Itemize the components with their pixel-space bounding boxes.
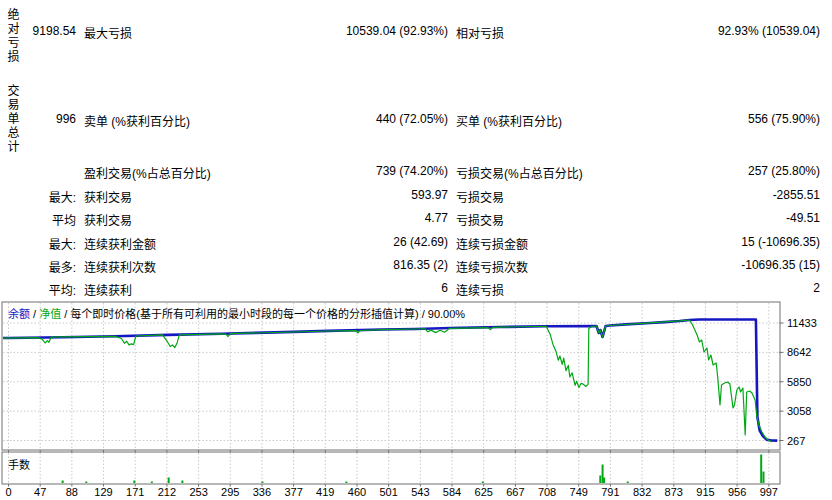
stat-prefix: 平均 [0, 211, 76, 227]
stat-value-mid: 440 (72.05%) [150, 112, 448, 128]
stat-value-mid: 10539.04 (92.93%) [150, 24, 448, 40]
svg-text:708: 708 [538, 486, 556, 498]
y-axis-labels: 11433864258503058267 [787, 317, 817, 447]
stat-label-left: 连续获利金额 [84, 235, 156, 251]
svg-text:47: 47 [34, 486, 46, 498]
svg-text:832: 832 [633, 486, 651, 498]
stat-value-mid: 739 (74.20%) [150, 164, 448, 180]
svg-text:336: 336 [253, 486, 271, 498]
svg-text:543: 543 [411, 486, 429, 498]
stat-value-right: 15 (-10696.35) [556, 235, 820, 251]
svg-text:377: 377 [284, 486, 302, 498]
svg-text:5850: 5850 [787, 376, 811, 388]
stat-label-right: 连续亏损 [456, 281, 504, 297]
svg-text:625: 625 [475, 486, 493, 498]
svg-text:171: 171 [126, 486, 144, 498]
strategy-tester-report: 绝对亏损 交易单总计 9198.54最大亏损10539.04 (92.93%)相… [0, 0, 832, 500]
svg-text:0: 0 [5, 486, 11, 498]
chart-ticks [9, 323, 784, 487]
stat-label-right: 亏损交易 [456, 211, 504, 227]
stat-label-right: 买单 (%获利百分比) [456, 112, 562, 128]
svg-text:129: 129 [94, 486, 112, 498]
svg-text:956: 956 [728, 486, 746, 498]
stat-prefix: 最大: [0, 188, 76, 204]
stat-value-right: 257 (25.80%) [556, 164, 820, 180]
balance-equity-chart: 0478812917121225329533637741946050154358… [0, 300, 832, 500]
stat-value-right: -49.51 [556, 211, 820, 227]
svg-text:3058: 3058 [787, 405, 811, 417]
lots-bars [63, 455, 764, 484]
stat-label-left: 连续获利次数 [84, 258, 156, 274]
stat-label-right: 相对亏损 [456, 24, 504, 40]
stat-value-right: 2 [556, 281, 820, 297]
svg-text:460: 460 [348, 486, 366, 498]
stat-label-left: 获利交易 [84, 188, 132, 204]
stat-prefix: 最大: [0, 235, 76, 251]
svg-text:501: 501 [379, 486, 397, 498]
svg-text:667: 667 [506, 486, 524, 498]
equity-line [2, 320, 772, 442]
stat-prefix: 996 [0, 112, 76, 128]
stat-label-left: 最大亏损 [84, 24, 132, 40]
stat-value-right: -10696.35 (15) [556, 258, 820, 274]
svg-text:419: 419 [316, 486, 334, 498]
stat-label-right: 连续亏损金额 [456, 235, 528, 251]
stat-value-right: -2855.51 [556, 188, 820, 204]
stat-prefix: 9198.54 [0, 24, 76, 40]
chart-series [2, 320, 777, 442]
svg-text:749: 749 [570, 486, 588, 498]
svg-text:915: 915 [696, 486, 714, 498]
svg-text:295: 295 [221, 486, 239, 498]
x-axis-labels: 0478812917121225329533637741946050154358… [5, 486, 778, 498]
stat-value-right: 92.93% (10539.04) [556, 24, 820, 40]
stat-label-left: 获利交易 [84, 211, 132, 227]
svg-text:267: 267 [787, 435, 805, 447]
stat-label-left: 连续获利 [84, 281, 132, 297]
stat-label-right: 连续亏损次数 [456, 258, 528, 274]
svg-text:212: 212 [158, 486, 176, 498]
stat-prefix: 最多: [0, 258, 76, 274]
svg-text:11433: 11433 [787, 317, 817, 329]
svg-text:997: 997 [760, 486, 778, 498]
svg-text:584: 584 [443, 486, 461, 498]
stat-value-mid: 26 (42.69) [150, 235, 448, 251]
stat-value-mid: 816.35 (2) [150, 258, 448, 274]
svg-text:8642: 8642 [787, 346, 811, 358]
stat-label-right: 亏损交易 [456, 188, 504, 204]
stat-value-right: 556 (75.90%) [556, 112, 820, 128]
stat-value-mid: 4.77 [150, 211, 448, 227]
stat-prefix: 平均: [0, 281, 76, 297]
stat-value-mid: 6 [150, 281, 448, 297]
svg-text:88: 88 [66, 486, 78, 498]
svg-text:791: 791 [601, 486, 619, 498]
stat-value-mid: 593.97 [150, 188, 448, 204]
svg-text:253: 253 [189, 486, 207, 498]
svg-text:873: 873 [665, 486, 683, 498]
